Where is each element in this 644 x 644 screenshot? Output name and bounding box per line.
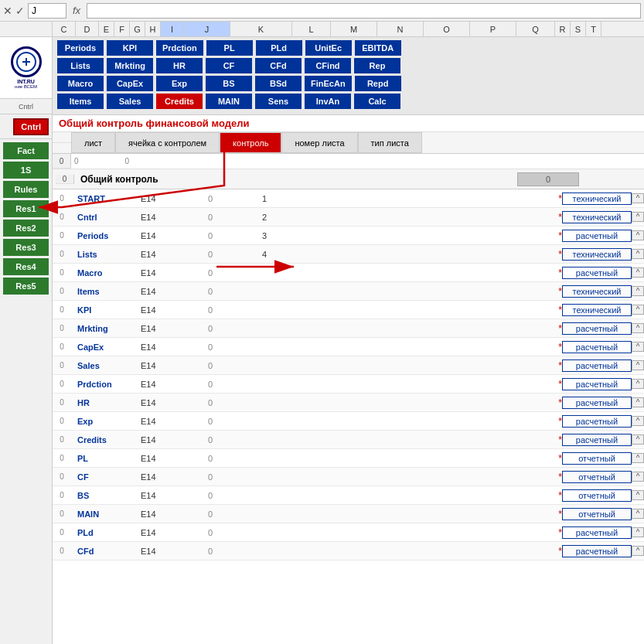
nav-btn-sens[interactable]: Sens: [255, 94, 302, 109]
cell-name: Exp: [71, 417, 141, 426]
formula-check-icon[interactable]: ✓: [15, 5, 25, 17]
table-row: 0 MAIN E14 0 * отчетный ^: [53, 505, 644, 523]
cell-tag: отчетный: [562, 489, 632, 502]
cell-name: Periods: [71, 231, 141, 240]
cell-num: 4: [241, 250, 288, 259]
nav-btn-capex[interactable]: CapEx: [107, 76, 153, 91]
cell-name: Mrkting: [71, 324, 141, 333]
ctrl-btn-type[interactable]: тип листа: [358, 132, 422, 153]
cell-val: 0: [179, 398, 241, 407]
nav-btn-pld[interactable]: PLd: [256, 40, 302, 56]
cell-arrow-btn[interactable]: ^: [632, 490, 644, 500]
nav-btn-exp[interactable]: Exp: [156, 76, 203, 91]
cell-arrow-btn[interactable]: ^: [632, 453, 644, 463]
cell-ref: E14: [141, 491, 179, 500]
cell-arrow-btn[interactable]: ^: [632, 360, 644, 370]
ctrl-btn-control[interactable]: контроль: [220, 132, 281, 153]
cell-zero: 0: [53, 250, 71, 258]
nav-btn-bsd[interactable]: BSd: [255, 76, 302, 91]
nav-btn-items[interactable]: Items: [57, 94, 104, 109]
nav-btn-mrkting[interactable]: Mrkting: [107, 58, 153, 73]
nav-btn-periods[interactable]: Periods: [57, 40, 104, 56]
cell-arrow-btn[interactable]: ^: [632, 212, 644, 222]
cell-val: 0: [179, 435, 241, 445]
cell-arrow-btn[interactable]: ^: [632, 286, 644, 296]
cell-tag: технический: [562, 193, 632, 205]
content-area: Periods KPI Prdction PL PLd UnitEc EBITD…: [53, 37, 644, 644]
cell-arrow-btn[interactable]: ^: [632, 249, 644, 259]
sidebar-btn-res2[interactable]: Res2: [3, 220, 49, 237]
nav-btn-hr[interactable]: HR: [156, 58, 203, 73]
nav-btn-invan[interactable]: InvAn: [305, 94, 351, 109]
cell-val: 0: [179, 342, 241, 352]
cell-arrow-btn[interactable]: ^: [632, 267, 644, 278]
nav-btn-cfd[interactable]: CFd: [255, 58, 302, 73]
formula-x-icon[interactable]: ✕: [3, 5, 12, 17]
cell-val: 0: [179, 509, 241, 519]
cell-arrow-btn[interactable]: ^: [632, 416, 644, 426]
formula-input[interactable]: =ДВССЫЛ("Cntrl!M16"): [87, 3, 641, 19]
col-header-e: E: [99, 22, 114, 36]
cell-val: 0: [179, 213, 241, 222]
cell-num: 1: [241, 194, 288, 203]
sidebar-btn-res1[interactable]: Res1: [3, 200, 49, 217]
cell-arrow-btn[interactable]: ^: [632, 379, 644, 389]
cell-arrow-btn[interactable]: ^: [632, 472, 644, 482]
cell-arrow-btn[interactable]: ^: [632, 230, 644, 240]
nav-btn-rep[interactable]: Rep: [354, 58, 400, 73]
cell-tag: расчетный: [562, 359, 632, 372]
fx-label: fx: [70, 5, 83, 16]
table-row: 0 Periods E14 0 3 * расчетный ^: [53, 227, 644, 245]
cell-arrow-btn[interactable]: ^: [632, 509, 644, 519]
ctrl-btn-list[interactable]: лист: [71, 132, 115, 153]
cell-ref: E14: [141, 528, 179, 537]
nav-btn-macro[interactable]: Macro: [57, 76, 104, 91]
cell-ref: E14: [141, 194, 179, 203]
cell-tag: расчетный: [562, 526, 632, 539]
cell-arrow-btn[interactable]: ^: [632, 193, 644, 203]
nav-btn-main[interactable]: MAIN: [206, 94, 252, 109]
cell-arrow-btn[interactable]: ^: [632, 546, 644, 556]
cell-zero: 0: [53, 472, 71, 481]
nav-btn-pl[interactable]: PL: [206, 40, 253, 56]
sidebar-btn-1s[interactable]: 1S: [3, 162, 49, 179]
cell-arrow-btn[interactable]: ^: [632, 527, 644, 537]
sidebar-btn-res5[interactable]: Res5: [3, 278, 49, 295]
ctrl-header-title: Общий контроль: [74, 174, 165, 185]
nav-btn-prdction[interactable]: Prdction: [156, 40, 203, 56]
cell-zero: 0: [53, 213, 71, 221]
cell-arrow-btn[interactable]: ^: [632, 434, 644, 445]
cell-reference-box[interactable]: [28, 3, 66, 19]
nav-btn-repd[interactable]: Repd: [355, 76, 401, 91]
nav-btn-ebitda[interactable]: EBITDA: [355, 40, 401, 56]
table-row: 0 Sales E14 0 * расчетный ^: [53, 356, 644, 375]
table-row: 0 KPI E14 0 * технический ^: [53, 301, 644, 319]
sidebar-btn-res3[interactable]: Res3: [3, 239, 49, 256]
cell-val: 0: [179, 268, 241, 278]
nav-btn-cf[interactable]: CF: [206, 58, 252, 73]
cell-arrow-btn[interactable]: ^: [632, 397, 644, 407]
sidebar-btn-fact[interactable]: Fact: [3, 142, 49, 159]
cell-tag: расчетный: [562, 230, 632, 242]
cell-val: 0: [179, 491, 241, 500]
cell-tag: расчетный: [562, 341, 632, 353]
sidebar-btn-res4[interactable]: Res4: [3, 258, 49, 275]
ctrl-btn-num[interactable]: номер листа: [281, 132, 357, 153]
table-row: 0 CapEx E14 0 * расчетный ^: [53, 338, 644, 356]
nav-btn-bs[interactable]: BS: [206, 76, 252, 91]
ctrl-btn-cell[interactable]: ячейка с контролем: [115, 132, 220, 153]
nav-btn-credits[interactable]: Credits: [156, 94, 203, 109]
sidebar-btn-rules[interactable]: Rules: [3, 181, 49, 198]
nav-btn-cfind[interactable]: CFind: [305, 58, 351, 73]
cell-arrow-btn[interactable]: ^: [632, 305, 644, 315]
cell-arrow-btn[interactable]: ^: [632, 342, 644, 352]
nav-btn-kpi[interactable]: KPI: [107, 40, 153, 56]
nav-btn-sales[interactable]: Sales: [107, 94, 153, 109]
nav-btn-finecan[interactable]: FinEcAn: [305, 76, 352, 91]
cell-arrow-btn[interactable]: ^: [632, 323, 644, 333]
cell-val: 0: [179, 361, 241, 370]
nav-btn-unitec[interactable]: UnitEc: [305, 40, 352, 56]
cntrl-active-button[interactable]: Cntrl: [13, 118, 49, 135]
nav-btn-lists[interactable]: Lists: [57, 58, 104, 73]
nav-btn-calc[interactable]: Calc: [354, 94, 400, 109]
